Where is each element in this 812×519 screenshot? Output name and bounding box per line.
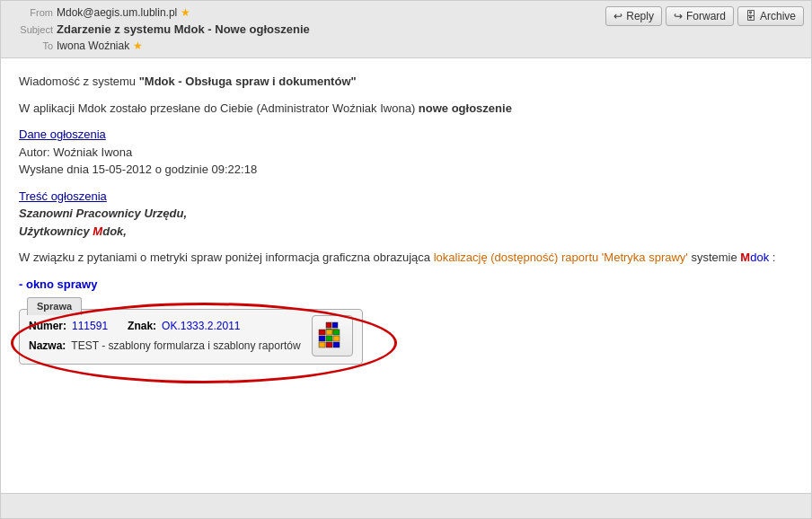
- tresc-pre: Użytkownicy: [19, 224, 93, 238]
- sprawa-tab: Sprawa: [27, 297, 82, 315]
- system-name: "Mdok - Obsługa spraw i dokumentów": [139, 75, 357, 88]
- to-row: To Iwona Woźniak ★: [8, 38, 605, 54]
- to-value: Iwona Woźniak: [57, 40, 129, 52]
- okno-label: - okno sprawy: [19, 276, 793, 294]
- wysłane-value: 15-05-2012 o godzinie 09:22:18: [89, 163, 257, 176]
- tresc-line1: Szanowni Pracownicy Urzędu,: [19, 207, 187, 220]
- sprawa-icon-button[interactable]: [312, 315, 353, 356]
- znak-value: OK.1333.2.2011: [162, 318, 240, 334]
- main-message: W aplikacji Mdok zostało przesłane do Ci…: [19, 100, 793, 118]
- nazwa-row: Nazwa: TEST - szablony formularza i szab…: [29, 338, 301, 354]
- numer-row: Numer: 111591 Znak: OK.1333.2.2011: [29, 318, 301, 334]
- info-highlight: lokalizację (dostępność) raportu 'Metryk…: [434, 251, 688, 264]
- dane-link[interactable]: Dane ogłoszenia: [19, 128, 106, 141]
- from-row: From Mdok@aegis.um.lublin.pl ★: [8, 4, 605, 21]
- archive-button[interactable]: 🗄 Archive: [737, 6, 804, 26]
- main-message-bold: nowe ogłoszenie: [415, 101, 512, 115]
- svg-rect-7: [326, 336, 332, 341]
- info-mdok-m: M: [740, 251, 750, 264]
- autor-value: Woźniak Iwona: [50, 145, 133, 159]
- forward-label: Forward: [686, 10, 726, 22]
- tresc-line2: Użytkownicy Mdok,: [19, 224, 127, 238]
- archive-label: Archive: [760, 10, 796, 22]
- rubik-cube-icon: [317, 321, 348, 351]
- wysłane-label: Wysłane dnia: [19, 163, 89, 176]
- reply-button[interactable]: ↩ Reply: [605, 6, 662, 26]
- info-line: W związku z pytaniami o metryki spraw po…: [19, 249, 793, 267]
- email-body: Wiadomość z systemu "Mdok - Obsługa spra…: [1, 58, 811, 493]
- sprawa-outer: Sprawa Numer: 111591 Znak: OK.1333.2.201…: [19, 309, 363, 365]
- svg-rect-8: [333, 330, 340, 335]
- info-end: :: [769, 251, 775, 264]
- reply-label: Reply: [626, 10, 654, 22]
- numer-label: Numer:: [29, 318, 66, 334]
- reply-icon: ↩: [613, 10, 622, 22]
- info-pre: W związku z pytaniami o metryki spraw po…: [19, 251, 434, 264]
- intro-line: Wiadomość z systemu "Mdok - Obsługa spra…: [19, 73, 793, 91]
- svg-rect-4: [319, 330, 325, 335]
- sprawa-details: Numer: 111591 Znak: OK.1333.2.2011 Nazwa…: [29, 318, 301, 354]
- svg-rect-5: [319, 336, 325, 341]
- email-meta: From Mdok@aegis.um.lublin.pl ★ Subject Z…: [8, 4, 605, 54]
- to-label: To: [8, 40, 53, 51]
- email-header: From Mdok@aegis.um.lublin.pl ★ Subject Z…: [1, 1, 811, 58]
- dane-section: Dane ogłoszenia Autor: Woźniak Iwona Wys…: [19, 126, 793, 179]
- autor-label: Autor:: [19, 145, 50, 159]
- svg-rect-9: [333, 336, 340, 341]
- tresc-m: M: [93, 224, 102, 238]
- svg-rect-12: [333, 342, 340, 347]
- main-message-pre: W aplikacji Mdok zostało przesłane do Ci…: [19, 101, 415, 115]
- tresc-section: Treść ogłoszenia Szanowni Pracownicy Urz…: [19, 188, 793, 241]
- email-container: From Mdok@aegis.um.lublin.pl ★ Subject Z…: [0, 0, 812, 519]
- bottom-bar: [1, 493, 811, 518]
- forward-icon: ↪: [674, 10, 683, 22]
- sprawa-box: Sprawa Numer: 111591 Znak: OK.1333.2.201…: [19, 309, 363, 365]
- svg-rect-0: [326, 322, 331, 328]
- svg-rect-1: [332, 322, 338, 328]
- tresc-link[interactable]: Treść ogłoszenia: [19, 189, 107, 203]
- svg-rect-11: [326, 342, 332, 347]
- archive-icon: 🗄: [746, 10, 756, 22]
- nazwa-label: Nazwa:: [29, 338, 66, 354]
- tresc-post: dok,: [102, 224, 127, 238]
- from-value: Mdok@aegis.um.lublin.pl: [57, 6, 177, 19]
- svg-rect-6: [326, 330, 332, 335]
- forward-button[interactable]: ↪ Forward: [666, 6, 734, 26]
- to-star-icon: ★: [133, 40, 143, 52]
- info-mdok-rest: dok: [750, 251, 769, 264]
- action-buttons: ↩ Reply ↪ Forward 🗄 Archive: [605, 4, 804, 26]
- info-mid: systemie: [688, 251, 741, 264]
- numer-value: 111591: [72, 318, 108, 334]
- subject-value: Zdarzenie z systemu Mdok - Nowe ogłoszen…: [57, 22, 310, 36]
- from-star-icon: ★: [181, 6, 190, 19]
- svg-rect-10: [319, 342, 325, 347]
- znak-label: Znak:: [128, 318, 156, 334]
- sprawa-inner: Numer: 111591 Znak: OK.1333.2.2011 Nazwa…: [29, 315, 353, 356]
- nazwa-value: TEST - szablony formularza i szablony ra…: [71, 338, 300, 354]
- from-label: From: [8, 7, 53, 18]
- subject-row: Subject Zdarzenie z systemu Mdok - Nowe …: [8, 21, 605, 38]
- subject-label: Subject: [8, 24, 53, 35]
